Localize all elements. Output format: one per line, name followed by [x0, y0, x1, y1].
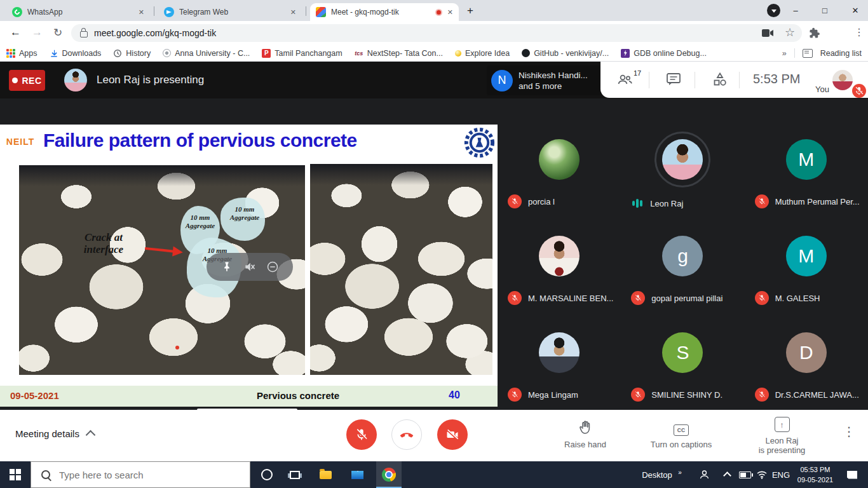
participant-avatar: D [778, 325, 834, 381]
network-indicator[interactable] [754, 461, 770, 488]
tab-title: Telegram Web [179, 8, 285, 17]
participant-tile[interactable]: M. MARSALINE BEN... [498, 217, 621, 313]
taskbar-time: 05:53 PM [793, 464, 837, 475]
chevron-up-icon [86, 430, 96, 440]
file-explorer-button[interactable] [313, 461, 338, 488]
participant-tile[interactable]: M M. GALESH [745, 217, 868, 313]
participant-tile[interactable]: porcia l [498, 98, 621, 217]
tcs-logo-icon: tcs [355, 49, 363, 58]
join-notification[interactable]: N Nishikesh Handi... and 5 more [487, 65, 601, 95]
participant-tile[interactable]: Leon Raj [621, 98, 744, 217]
taskbar-clock[interactable]: 05:53 PM 09-05-2021 [793, 464, 837, 485]
tab-title: WhatsApp [27, 8, 133, 17]
search-input[interactable] [58, 469, 219, 481]
bookmark-downloads[interactable]: Downloads [50, 49, 102, 58]
bookmark-apps[interactable]: Apps [6, 49, 37, 58]
presenting-status-button[interactable]: ↑ Leon Raj is presenting [742, 413, 822, 455]
battery-indicator[interactable] [736, 461, 754, 488]
taskbar-date: 09-05-2021 [793, 475, 837, 485]
mail-button[interactable] [344, 461, 370, 488]
muted-mic-icon [508, 194, 522, 208]
end-call-button[interactable] [391, 419, 422, 450]
meet-main-area: NEILT Failure pattern of pervious concre… [0, 98, 868, 410]
raise-hand-button[interactable]: Raise hand [552, 417, 619, 449]
url-text[interactable]: meet.google.com/gkq-mogd-tik [94, 28, 216, 38]
university-seal-icon [163, 49, 171, 57]
more-options-icon[interactable]: ⋮ [843, 424, 855, 439]
participants-icon[interactable] [617, 72, 634, 86]
lock-icon[interactable] [80, 31, 88, 37]
address-bar[interactable]: meet.google.com/gkq-mogd-tik [71, 24, 802, 42]
new-tab-button[interactable]: + [461, 0, 480, 21]
participant-tile[interactable]: S SMILINE SHINY D. [621, 313, 744, 410]
chrome-taskbar-button[interactable] [376, 461, 402, 488]
mute-mic-button[interactable] [346, 419, 377, 450]
people-tray-button[interactable] [693, 461, 714, 488]
bookmark-explore-idea[interactable]: Explore Idea [455, 49, 510, 58]
tab-telegram[interactable]: Telegram Web ✕ [158, 3, 302, 21]
bookmark-gdb-online[interactable]: GDB online Debug... [621, 49, 707, 58]
avatar-photo [539, 139, 580, 180]
tab-meet-active[interactable]: Meet - gkq-mogd-tik ✕ [310, 3, 459, 21]
presentation-tile[interactable]: NEILT Failure pattern of pervious concre… [0, 125, 498, 407]
participant-name: Muthum Perumal Per... [775, 197, 860, 207]
remove-participant-icon[interactable] [266, 261, 279, 273]
window-restore-button[interactable]: □ [812, 0, 837, 21]
present-screen-icon: ↑ [775, 417, 790, 432]
bookmark-star-icon[interactable]: ☆ [785, 25, 795, 39]
window-close-button[interactable]: ✕ [843, 0, 868, 21]
bookmark-anna-university[interactable]: Anna University - C... [163, 49, 250, 58]
browser-menu-icon[interactable]: ⋮ [854, 26, 864, 38]
participant-tile[interactable]: M Muthum Perumal Per... [745, 98, 868, 217]
participant-tile[interactable]: D Dr.S.CARMEL JAWA... [745, 313, 868, 410]
muted-mic-icon [508, 291, 522, 305]
desktop-toolbar-label[interactable]: Desktop [641, 461, 674, 488]
toolbar-chevrons[interactable]: » [675, 459, 685, 485]
camera-off-button[interactable] [437, 419, 468, 450]
activities-icon[interactable] [712, 72, 728, 87]
bookmark-nextstep-tcs[interactable]: tcs NextStep- Tata Con... [355, 49, 443, 58]
camera-in-use-icon[interactable] [761, 28, 774, 38]
back-button[interactable]: ← [10, 26, 21, 39]
participant-avatar: g [654, 228, 710, 284]
meeting-details-button[interactable]: Meeting details [15, 428, 94, 439]
task-view-button[interactable] [282, 461, 308, 488]
bookmark-tamil-panchangam[interactable]: P Tamil Panchangam [262, 49, 342, 58]
speaking-indicator-icon [631, 198, 644, 208]
tab-close-icon[interactable]: ✕ [139, 8, 144, 17]
end-call-icon [398, 426, 415, 443]
tab-whatsapp[interactable]: WhatsApp ✕ [6, 3, 150, 21]
participant-name: SMILINE SHINY D. [651, 390, 722, 400]
extensions-puzzle-icon[interactable] [809, 27, 820, 39]
tab-close-icon[interactable]: ✕ [290, 8, 296, 17]
cortana-button[interactable] [254, 461, 280, 488]
chat-icon[interactable] [666, 72, 681, 86]
participant-tile[interactable]: g gopal perumal pillai [621, 217, 744, 313]
tab-close-icon[interactable]: ✕ [447, 8, 453, 17]
avatar-letter: S [662, 332, 703, 373]
windows-logo-icon [10, 469, 21, 480]
window-minimize-button[interactable]: – [783, 0, 808, 21]
action-center-button[interactable] [841, 461, 863, 488]
tray-expand-button[interactable] [718, 461, 736, 488]
meet-favicon [316, 7, 326, 17]
language-indicator[interactable]: ENG [770, 461, 792, 488]
meet-header: REC Leon Raj is presenting N Nishikesh H… [0, 62, 868, 98]
start-button[interactable] [0, 461, 31, 488]
forward-button[interactable]: → [32, 26, 43, 39]
bookmarks-overflow-chevrons[interactable]: » [782, 49, 787, 58]
participant-tile[interactable]: Mega Lingam [498, 313, 621, 410]
media-controls-button[interactable] [767, 4, 780, 17]
taskbar-search[interactable] [31, 461, 250, 488]
reading-list-label[interactable]: Reading list [820, 49, 862, 58]
reload-button[interactable]: ↻ [53, 26, 62, 39]
volume-off-icon[interactable] [243, 261, 256, 273]
csir-logo [462, 125, 497, 160]
meet-bottom-bar: Meeting details Ra [0, 410, 868, 461]
captions-icon: CC [674, 424, 689, 436]
bookmark-history[interactable]: History [113, 49, 151, 58]
pin-icon[interactable] [220, 261, 233, 273]
bookmark-github[interactable]: GitHub - venkivijay/... [522, 49, 609, 58]
you-avatar[interactable] [832, 70, 853, 90]
captions-button[interactable]: CC Turn on captions [637, 417, 726, 449]
